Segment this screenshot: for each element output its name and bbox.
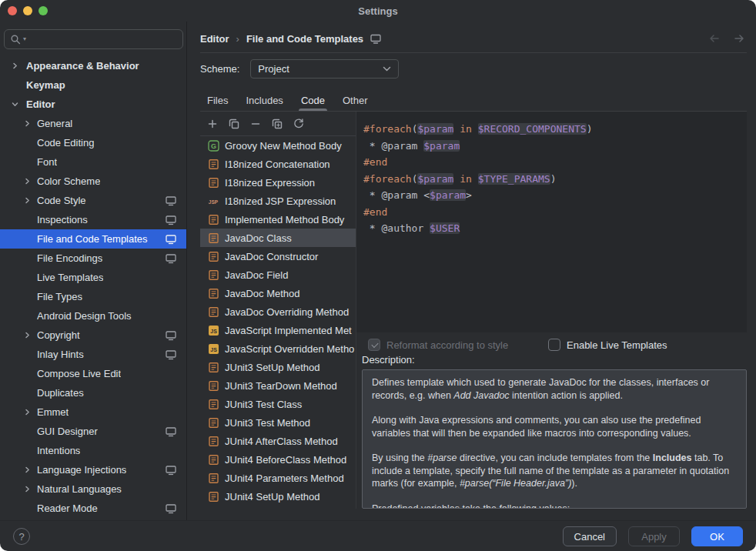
template-item-i18nized-expression[interactable]: I18nized Expression [200, 173, 356, 192]
chevron-right-icon[interactable] [8, 60, 21, 72]
chevron-down-icon[interactable] [8, 99, 21, 111]
live-templates-checkbox[interactable] [548, 339, 560, 351]
sidebar-item-live-templates[interactable]: Live Templates [0, 268, 186, 287]
copy-template-button[interactable] [226, 115, 242, 132]
remove-template-button[interactable] [247, 115, 263, 132]
svg-text:JSP: JSP [209, 199, 219, 204]
template-item-junit4-parameters-method[interactable]: JUnit4 Parameters Method [200, 469, 356, 487]
template-item-label: JavaDoc Constructor [225, 251, 318, 262]
template-item-javadoc-method[interactable]: JavaDoc Method [200, 284, 356, 302]
reformat-checkbox[interactable] [368, 339, 380, 351]
search-input[interactable] [28, 34, 177, 45]
template-item-javadoc-overriding-method[interactable]: JavaDoc Overriding Method [200, 302, 356, 321]
template-file-icon [207, 213, 219, 225]
template-item-label: JUnit4 AfterClass Method [225, 436, 338, 447]
description-paragraph: By using the #parse directive, you can i… [372, 452, 737, 490]
template-item-groovy-new-method-body[interactable]: GGroovy New Method Body [200, 136, 356, 155]
template-item-implemented-method-body[interactable]: Implemented Method Body [200, 210, 356, 229]
sidebar-item-label: Live Templates [37, 272, 103, 283]
sidebar-item-android-design-tools[interactable]: Android Design Tools [0, 306, 186, 326]
sidebar-item-gui-designer[interactable]: GUI Designer [0, 422, 186, 441]
sidebar-item-compose-live-edit[interactable]: Compose Live Edit [0, 364, 186, 383]
search-box[interactable]: ▾ [4, 29, 183, 49]
tab-other[interactable]: Other [337, 89, 373, 111]
footer: ? CancelApplyOK [0, 520, 756, 551]
sidebar-item-emmet[interactable]: Emmet [0, 402, 186, 422]
apply-button[interactable]: Apply [628, 526, 680, 546]
description-paragraph: Along with Java expressions and comments… [372, 414, 737, 439]
sidebar-item-file-types[interactable]: File Types [0, 287, 186, 306]
breadcrumb-item-file-and-code-templates[interactable]: File and Code Templates [246, 33, 363, 45]
sidebar-item-inspections[interactable]: Inspections [0, 210, 186, 229]
breadcrumb-item-editor[interactable]: Editor [200, 33, 229, 45]
ok-button[interactable]: OK [691, 526, 743, 546]
template-item-javadoc-field[interactable]: JavaDoc Field [200, 265, 356, 284]
scheme-label: Scheme: [200, 63, 239, 75]
tab-includes[interactable]: Includes [240, 89, 288, 111]
sidebar-item-duplicates[interactable]: Duplicates [0, 383, 186, 402]
reset-template-button[interactable] [290, 115, 306, 132]
back-button[interactable] [708, 33, 721, 44]
scheme-dropdown[interactable]: Project [250, 59, 399, 78]
sidebar-item-label: General [37, 118, 72, 129]
minimize-button[interactable] [23, 6, 32, 15]
sidebar-item-file-encodings[interactable]: File Encodings [0, 249, 186, 268]
template-item-label: JUnit3 SetUp Method [225, 362, 320, 373]
sidebar-item-keymap[interactable]: Keymap [0, 75, 186, 95]
description-paragraph: Predefined variables take the following … [372, 503, 737, 509]
template-item-junit3-teardown-method[interactable]: JUnit3 TearDown Method [200, 376, 356, 395]
template-item-junit3-test-method[interactable]: JUnit3 Test Method [200, 413, 356, 432]
sidebar-item-code-style[interactable]: Code Style [0, 191, 186, 210]
tab-files[interactable]: Files [202, 89, 233, 111]
sidebar-item-general[interactable]: General [0, 114, 186, 133]
description-box: Defines template which used to generate … [362, 369, 747, 509]
sidebar-item-label: Intentions [37, 445, 80, 456]
help-button[interactable]: ? [13, 528, 30, 545]
chevron-right-icon[interactable] [21, 464, 33, 476]
chevron-right-icon[interactable] [21, 406, 33, 419]
duplicate-template-button[interactable] [269, 115, 285, 132]
sidebar-item-natural-languages[interactable]: Natural Languages [0, 479, 186, 499]
sidebar-item-copyright[interactable]: Copyright [0, 326, 186, 345]
sidebar-item-color-scheme[interactable]: Color Scheme [0, 172, 186, 191]
chevron-right-icon[interactable] [21, 483, 33, 496]
sidebar-item-label: Editor [26, 99, 55, 110]
template-item-javascript-implemented-met[interactable]: JSJavaScript Implemented Met [200, 321, 356, 339]
template-item-junit4-beforeclass-method[interactable]: JUnit4 BeforeClass Method [200, 450, 356, 469]
description-label: Description: [362, 354, 415, 366]
template-item-javascript-overridden-metho[interactable]: JSJavaScript Overridden Metho [200, 339, 356, 358]
zoom-button[interactable] [38, 6, 48, 15]
sidebar-item-intentions[interactable]: Intentions [0, 441, 186, 460]
code-line: #end [363, 154, 740, 171]
template-editor[interactable]: #foreach($param in $RECORD_COMPONENTS) *… [356, 112, 747, 332]
chevron-right-icon[interactable] [21, 118, 33, 130]
template-item-i18nized-concatenation[interactable]: I18nized Concatenation [200, 155, 356, 173]
sidebar-item-editor[interactable]: Editor [0, 95, 186, 114]
template-item-junit3-setup-method[interactable]: JUnit3 SetUp Method [200, 358, 356, 376]
template-item-javadoc-class[interactable]: JavaDoc Class [200, 229, 356, 247]
sidebar-item-appearance-behavior[interactable]: Appearance & Behavior [0, 56, 186, 75]
chevron-right-icon[interactable] [21, 195, 33, 207]
template-file-icon [207, 269, 219, 281]
chevron-right-icon[interactable] [21, 175, 33, 188]
sidebar-item-code-editing[interactable]: Code Editing [0, 133, 186, 152]
forward-button[interactable] [733, 33, 745, 44]
template-item-junit4-afterclass-method[interactable]: JUnit4 AfterClass Method [200, 432, 356, 450]
sidebar-item-inlay-hints[interactable]: Inlay Hints [0, 345, 186, 364]
template-item-javadoc-constructor[interactable]: JavaDoc Constructor [200, 247, 356, 265]
tab-code[interactable]: Code [296, 89, 330, 111]
ide-settings-icon [166, 465, 176, 475]
sidebar-item-language-injections[interactable]: Language Injections [0, 460, 186, 479]
sidebar-item-font[interactable]: Font [0, 152, 186, 172]
code-line: * @param <$param> [363, 187, 740, 204]
template-item-junit3-test-class[interactable]: JUnit3 Test Class [200, 395, 356, 413]
sidebar-item-file-and-code-templates[interactable]: File and Code Templates [0, 229, 186, 249]
search-history-chevron-icon[interactable]: ▾ [23, 36, 26, 42]
template-item-i18nized-jsp-expression[interactable]: JSPI18nized JSP Expression [200, 192, 356, 210]
chevron-right-icon[interactable] [21, 329, 33, 342]
sidebar-item-reader-mode[interactable]: Reader Mode [0, 499, 186, 518]
close-button[interactable] [8, 6, 17, 15]
template-item-junit4-setup-method[interactable]: JUnit4 SetUp Method [200, 487, 356, 506]
cancel-button[interactable]: Cancel [563, 526, 617, 546]
add-template-button[interactable] [204, 115, 220, 132]
